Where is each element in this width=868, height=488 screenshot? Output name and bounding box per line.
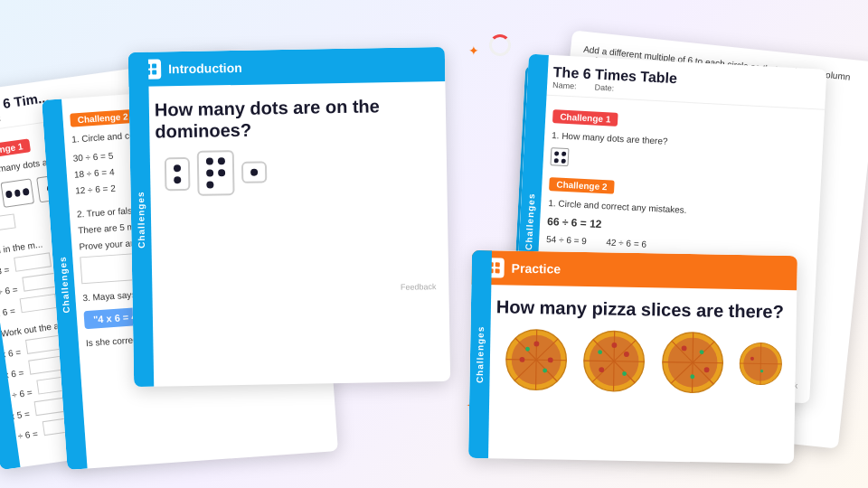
pizza-1 — [504, 327, 569, 393]
pizza-area — [495, 326, 783, 397]
domino-2 — [197, 150, 235, 196]
eq-18: 18 ÷ 6 = 4 — [73, 165, 115, 182]
star-decoration-1: ✦ — [468, 43, 479, 58]
pizza-3 — [660, 330, 725, 396]
svg-rect-1 — [152, 64, 156, 69]
pizza-4 — [738, 331, 783, 397]
intro-header-label: Introduction — [168, 61, 242, 76]
domino-1 — [165, 156, 191, 190]
eq-54-right: 54 ÷ 6 = 9 — [546, 232, 592, 249]
intro-card-title: How many dots are on the dominoes? — [155, 94, 434, 142]
eq-12: 12 ÷ 6 = 2 — [75, 182, 117, 198]
scene: ✦ ✦ Add a different multiple of 6 to eac… — [0, 0, 868, 488]
domino-3 — [241, 161, 267, 183]
eq-42-right: 42 ÷ 6 = 6 — [606, 235, 646, 250]
svg-rect-5 — [495, 262, 500, 267]
challenge1-badge-right: Challenge 1 — [552, 109, 618, 127]
svg-rect-7 — [495, 268, 500, 273]
date-label-right: Date: — [594, 82, 614, 92]
answer-eq3[interactable] — [20, 294, 58, 313]
domino-area — [156, 146, 435, 196]
intro-card-header: Introduction — [128, 47, 446, 87]
practice-card-header: Practice — [471, 250, 797, 290]
intro-feedback: Feedback — [157, 282, 436, 296]
intro-card: Challenges Introduction How many dots ar… — [128, 47, 450, 387]
challenge2-badge-mid-left: Challenge 2 — [70, 109, 136, 127]
answer-box-back-left-1[interactable] — [0, 213, 16, 232]
challenge2-badge-right: Challenge 2 — [549, 177, 615, 194]
svg-rect-3 — [152, 70, 156, 75]
practice-header-label: Practice — [512, 261, 561, 277]
challenges-sidebar-practice: Challenges — [468, 250, 492, 458]
pizza-2 — [582, 328, 647, 394]
practice-card-title: How many pizza slices are there? — [496, 296, 784, 323]
spinner-decoration — [489, 34, 511, 56]
answer-eq1[interactable] — [14, 252, 52, 271]
name-label-right: Name: — [552, 80, 577, 90]
practice-card: Challenges Practice How many pizza slice… — [468, 250, 797, 464]
